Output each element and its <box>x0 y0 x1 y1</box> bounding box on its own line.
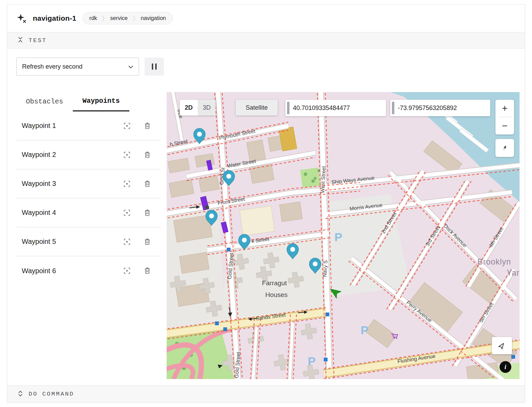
place-label-farragut-2: Houses <box>265 291 287 298</box>
parking-symbol: P <box>308 355 316 368</box>
waypoint-label: Waypoint 4 <box>22 209 122 217</box>
tab-waypoints[interactable]: Waypoints <box>73 92 129 111</box>
collapse-section-icon <box>18 37 23 44</box>
refresh-rate-select[interactable]: Refresh every second <box>16 58 139 76</box>
map-mode-toggle: 2D 3D <box>180 100 216 116</box>
pause-refresh-button[interactable] <box>145 58 164 76</box>
waypoint-label: Waypoint 6 <box>22 267 122 275</box>
do-command-label: DO COMMAND <box>29 391 74 397</box>
pause-icon <box>155 63 157 70</box>
map-canvas[interactable]: P P P Plymouth Street Water Street Front… <box>167 92 520 379</box>
navigation-service-icon <box>16 13 27 23</box>
delete-waypoint-button[interactable] <box>142 237 152 247</box>
zoom-in-button[interactable]: + <box>495 100 514 117</box>
longitude-input[interactable] <box>394 105 490 112</box>
map-satellite-button[interactable]: Satellite <box>236 100 278 116</box>
delete-waypoint-button[interactable] <box>142 266 152 276</box>
waypoint-row: Waypoint 2 <box>16 140 161 169</box>
waypoint-list: Waypoint 1 Waypoint 2 Waypoint 3 Waypoin… <box>16 111 161 285</box>
refresh-controls: Refresh every second <box>7 49 525 92</box>
chevron-down-icon <box>128 63 133 70</box>
waypoint-label: Waypoint 2 <box>22 151 122 159</box>
latitude-input[interactable] <box>289 105 386 112</box>
parking-symbol: P <box>361 324 368 337</box>
map-3d-button[interactable]: 3D <box>198 100 216 116</box>
compass-button[interactable] <box>495 139 514 157</box>
waypoint-row: Waypoint 4 <box>16 198 161 227</box>
test-section-label: TEST <box>29 37 47 44</box>
waypoint-label: Waypoint 5 <box>22 238 122 246</box>
breadcrumb-item-rdk: rdk <box>84 15 102 21</box>
map-info-button[interactable]: i <box>500 361 511 373</box>
pause-icon <box>152 63 153 70</box>
latitude-drag-handle[interactable] <box>287 102 289 114</box>
page-title: navigation-1 <box>33 14 76 22</box>
waypoint-row: Waypoint 6 <box>16 256 161 285</box>
locate-button[interactable] <box>492 337 512 354</box>
tab-obstacles[interactable]: Obstacles <box>16 92 73 111</box>
breadcrumb: rdk service navigation <box>82 12 173 24</box>
place-label-farragut-1: Farragut <box>262 279 287 287</box>
expand-section-icon <box>18 390 23 398</box>
waypoint-row: Waypoint 1 <box>16 111 161 140</box>
breadcrumb-item-service: service <box>105 15 133 21</box>
navigation-card: navigation-1 rdk service navigation TEST… <box>7 4 525 403</box>
zoom-out-button[interactable]: − <box>495 117 514 135</box>
longitude-drag-handle[interactable] <box>392 102 394 114</box>
base-marker <box>205 205 209 209</box>
do-command-section-header[interactable]: DO COMMAND <box>7 385 525 403</box>
main-content: Obstacles Waypoints Waypoint 1 Waypoint … <box>7 92 525 379</box>
zoom-control: + − <box>495 100 514 135</box>
waypoint-label: Waypoint 1 <box>22 122 122 130</box>
map-container[interactable]: P P P Plymouth Street Water Street Front… <box>167 92 520 379</box>
place-label-yard: Yard <box>507 268 520 277</box>
longitude-field <box>390 100 490 116</box>
delete-waypoint-button[interactable] <box>142 150 152 160</box>
breadcrumb-item-navigation: navigation <box>136 15 171 21</box>
refresh-rate-value: Refresh every second <box>22 63 82 70</box>
focus-waypoint-button[interactable] <box>122 150 132 160</box>
latitude-field <box>285 100 386 116</box>
focus-waypoint-button[interactable] <box>122 266 132 276</box>
waypoint-label: Waypoint 3 <box>22 180 122 188</box>
parking-symbol: P <box>334 230 342 244</box>
street-label-navy: Navy S <box>322 260 328 277</box>
delete-waypoint-button[interactable] <box>142 121 152 131</box>
test-section-header[interactable]: TEST <box>7 32 525 49</box>
list-panel: Obstacles Waypoints Waypoint 1 Waypoint … <box>16 92 167 285</box>
compass-needle-icon <box>501 145 508 151</box>
delete-waypoint-button[interactable] <box>142 208 152 218</box>
breadcrumb-separator-icon <box>133 15 136 22</box>
focus-waypoint-button[interactable] <box>122 208 132 218</box>
focus-waypoint-button[interactable] <box>122 179 132 189</box>
map-2d-button[interactable]: 2D <box>180 100 198 116</box>
breadcrumb-separator-icon <box>102 15 105 22</box>
card-header: navigation-1 rdk service navigation <box>7 4 525 32</box>
waypoint-row: Waypoint 5 <box>16 227 161 256</box>
focus-waypoint-button[interactable] <box>122 237 132 247</box>
delete-waypoint-button[interactable] <box>142 179 152 189</box>
place-label-brooklyn: Brooklyn <box>477 257 511 266</box>
waypoint-row: Waypoint 3 <box>16 169 161 198</box>
focus-waypoint-button[interactable] <box>122 121 132 131</box>
navigation-arrow-icon <box>498 342 506 349</box>
tabs: Obstacles Waypoints <box>16 92 161 111</box>
